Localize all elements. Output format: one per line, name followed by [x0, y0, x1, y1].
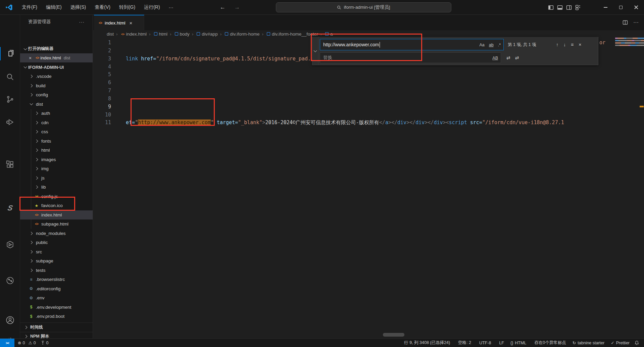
regex-button[interactable]: .* — [498, 43, 501, 47]
customize-layout-icon[interactable] — [575, 5, 581, 10]
explorer-icon[interactable] — [0, 46, 20, 61]
extension-svn-icon[interactable] — [0, 273, 20, 288]
tree-item[interactable]: fonts — [20, 137, 93, 146]
tree-item[interactable]: config — [20, 90, 93, 100]
source-control-icon[interactable] — [0, 92, 20, 107]
tree-item[interactable]: public — [20, 238, 93, 247]
notifications-bell-icon[interactable] — [634, 340, 639, 345]
tree-item[interactable]: <> index.html — [20, 210, 93, 220]
breadcrumb-item[interactable]: div.iform-home — [218, 31, 260, 37]
menu-item[interactable]: 文件(F) — [17, 3, 42, 12]
breadcrumb-item[interactable]: <> index.html — [114, 31, 147, 37]
run-debug-icon[interactable] — [0, 115, 20, 130]
menu-item[interactable]: 查看(V) — [90, 3, 115, 12]
toggle-panel-icon[interactable] — [557, 5, 563, 10]
breadcrumb-item[interactable]: body — [167, 31, 190, 37]
minimize-button[interactable] — [598, 0, 613, 15]
status-item[interactable]: ✓ Prettier — [611, 340, 630, 345]
status-item[interactable]: 行 9, 列 3408 (已选择24) — [402, 340, 450, 346]
status-item[interactable]: LF — [497, 341, 504, 345]
minimap[interactable] — [615, 38, 644, 52]
status-item[interactable]: 存在0个异常标点 — [533, 340, 566, 346]
breadcrumb-item[interactable]: div.iform-home__footer — [259, 31, 318, 37]
tree-item[interactable]: ⚙ .editorconfig — [20, 284, 93, 294]
whole-word-button[interactable]: ab — [489, 43, 494, 47]
workspace-root-header[interactable]: IFORM-ADMIN-UI — [20, 62, 93, 72]
code-editor[interactable] — [93, 38, 644, 333]
find-in-selection-button[interactable]: ≡ — [571, 42, 574, 47]
tree-item[interactable]: $ .env.prod.boot — [20, 312, 93, 321]
extension-hexagon-icon[interactable] — [0, 237, 20, 252]
tree-item[interactable]: lib — [20, 183, 93, 192]
previous-match-button[interactable]: ↑ — [556, 42, 558, 47]
tree-item[interactable]: auth — [20, 109, 93, 118]
sidebar-section-header[interactable]: 时间线 — [20, 323, 93, 332]
replace-button[interactable]: ⇄ — [506, 55, 510, 60]
menu-item[interactable]: 编辑(E) — [42, 3, 66, 12]
close-button[interactable] — [629, 0, 644, 15]
tree-item[interactable]: $ .env.development — [20, 303, 93, 312]
menu-item[interactable]: ··· — [164, 3, 178, 12]
status-item[interactable]: 空格: 2 — [456, 340, 471, 346]
open-editors-header[interactable]: 打开的编辑器 — [20, 44, 93, 53]
problems-indicator[interactable]: ⊗ 0 ⚠ 0 — [18, 340, 36, 345]
nav-forward-icon[interactable]: → — [234, 4, 240, 11]
horizontal-scrollbar-thumb[interactable] — [383, 333, 404, 337]
tree-item[interactable]: node_modules — [20, 229, 93, 238]
menu-item[interactable]: 转到(G) — [115, 3, 140, 12]
tree-item[interactable]: images — [20, 155, 93, 164]
tree-item[interactable]: .vscode — [20, 72, 93, 81]
nav-back-icon[interactable]: ← — [220, 4, 226, 11]
menu-item[interactable]: 运行(R) — [140, 3, 164, 12]
replace-input[interactable]: 替换 AB — [320, 52, 501, 63]
toggle-sidebar-icon[interactable] — [548, 5, 554, 10]
tree-item[interactable]: ≡ .browserslistrc — [20, 275, 93, 284]
maximize-button[interactable] — [613, 0, 629, 15]
tree-item[interactable]: ⚙ .env — [20, 293, 93, 303]
extensions-icon[interactable] — [0, 157, 20, 172]
tree-item[interactable]: ★ favicon.ico — [20, 201, 93, 210]
tree-item[interactable]: img — [20, 164, 93, 174]
tree-item[interactable]: css — [20, 127, 93, 137]
menu-item[interactable]: 选择(S) — [66, 3, 91, 12]
toggle-secondary-sidebar-icon[interactable] — [566, 5, 572, 10]
close-find-widget-button[interactable]: × — [579, 42, 581, 47]
tree-item[interactable]: cdn — [20, 118, 93, 128]
tree-item[interactable]: build — [20, 81, 93, 91]
match-case-button[interactable]: Aa — [479, 43, 484, 47]
breadcrumb-item[interactable]: div#app — [190, 31, 218, 37]
ports-indicator[interactable]: 0 — [41, 341, 49, 345]
breadcrumb-item[interactable]: a — [318, 31, 333, 37]
breadcrumb-item[interactable]: dist — [101, 31, 114, 37]
tree-item[interactable]: dist — [20, 100, 93, 109]
tree-item[interactable]: subpage — [20, 256, 93, 266]
code-line-1[interactable]: link href="/iform/cdn/signature_pad@4.1.… — [120, 39, 317, 47]
tab-index-html[interactable]: <> index.html × — [94, 15, 144, 30]
breadcrumb-item[interactable]: html — [147, 31, 167, 37]
tree-item[interactable]: html — [20, 146, 93, 155]
split-editor-icon[interactable] — [623, 20, 628, 25]
tree-item[interactable]: src — [20, 247, 93, 257]
status-item[interactable]: UTF-8 — [478, 341, 491, 345]
open-editor-item[interactable]: × <> index.html dist — [20, 53, 93, 62]
remote-indicator[interactable]: >< — [0, 339, 14, 347]
tree-item[interactable]: js — [20, 174, 93, 183]
tree-item[interactable]: JS config.js — [20, 192, 93, 201]
replace-all-button[interactable]: ⇄ — [515, 55, 519, 60]
tree-item[interactable]: <> subpage.html — [20, 219, 93, 229]
tree-item[interactable]: tests — [20, 266, 93, 275]
extension-s-icon[interactable]: S — [0, 201, 20, 215]
toggle-replace-button[interactable] — [312, 37, 318, 65]
accounts-icon[interactable] — [0, 313, 20, 328]
status-item[interactable]: {} HTML — [510, 341, 526, 345]
status-item[interactable]: ↻ tabnine starter — [573, 340, 604, 345]
search-view-icon[interactable] — [0, 69, 20, 84]
preserve-case-button[interactable]: AB — [492, 56, 498, 60]
close-editor-icon[interactable]: × — [29, 55, 32, 61]
next-match-button[interactable]: ↓ — [563, 42, 566, 47]
code-line-9[interactable]: ef="http://www.ankepower.com" target="_b… — [120, 103, 564, 111]
find-input[interactable]: http://www.ankepower.com Aa ab .* — [320, 39, 504, 50]
command-center[interactable]: iform-admin-ui [管理员] — [276, 2, 451, 12]
tab-close-icon[interactable]: × — [130, 20, 133, 26]
explorer-more-actions[interactable]: ··· — [79, 19, 85, 24]
